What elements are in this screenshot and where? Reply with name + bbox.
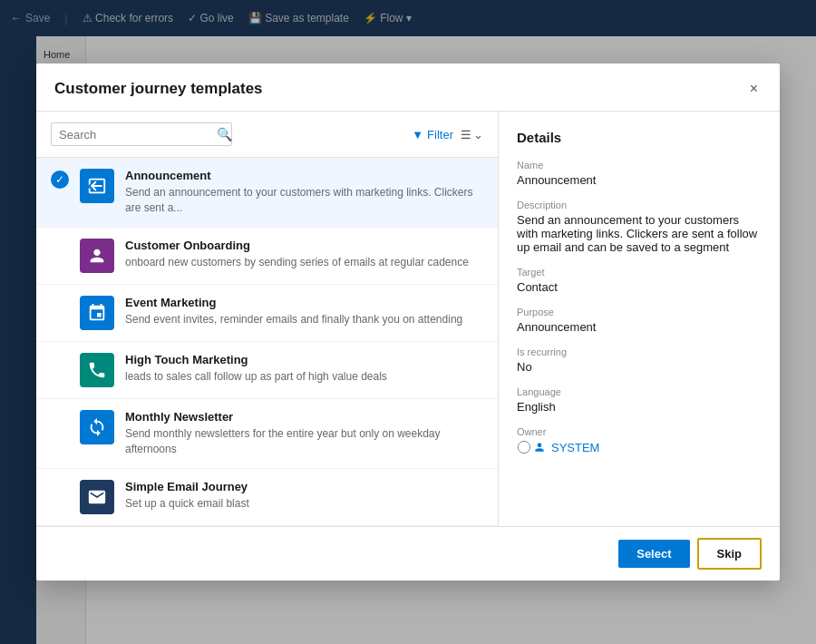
event-marketing-name: Event Marketing [125,296,483,309]
customer-onboarding-name: Customer Onboarding [125,239,483,252]
high-touch-icon [80,353,114,387]
owner-icon [517,440,546,454]
detail-description-field: Description Send an announcement to your… [517,200,762,254]
detail-name-label: Name [517,160,762,171]
customer-onboarding-text: Customer Onboarding onboard new customer… [125,239,483,270]
skip-button[interactable]: Skip [697,538,762,570]
detail-recurring-label: Is recurring [517,346,762,357]
simple-email-text: Simple Email Journey Set up a quick emai… [125,480,483,512]
template-item-event-marketing[interactable]: Event Marketing Send event invites, remi… [36,285,498,342]
simple-email-name: Simple Email Journey [125,480,483,493]
detail-name-field: Name Announcement [517,160,762,187]
modal-title: Customer journey templates [54,80,263,98]
monthly-newsletter-desc: Send monthly newsletters for the entire … [125,426,483,457]
detail-recurring-value: No [517,360,762,374]
filter-button[interactable]: ▼ Filter [412,128,453,141]
event-marketing-text: Event Marketing Send event invites, remi… [125,296,483,327]
announcement-desc: Send an announcement to your customers w… [125,185,483,216]
modal-footer: Select Skip [36,526,780,581]
announcement-text: Announcement Send an announcement to you… [125,169,483,216]
detail-language-label: Language [517,386,762,397]
detail-owner-label: Owner [517,426,762,437]
announcement-name: Announcement [125,169,483,182]
modal-close-button[interactable]: × [746,78,762,100]
high-touch-name: High Touch Marketing [125,353,483,366]
svg-point-0 [518,442,529,454]
detail-target-label: Target [517,267,762,278]
template-item-customer-onboarding[interactable]: Customer Onboarding onboard new customer… [36,228,498,285]
expand-icon[interactable]: ⌄ [473,128,483,141]
owner-row: SYSTEM [517,440,762,454]
template-item-high-touch[interactable]: High Touch Marketing leads to sales call… [36,342,498,399]
detail-name-value: Announcement [517,173,762,187]
detail-description-value: Send an announcement to your customers w… [517,213,762,254]
check-area-announcement: ✓ [51,171,73,189]
details-heading: Details [517,130,762,145]
detail-target-field: Target Contact [517,267,762,294]
event-marketing-icon [80,296,114,330]
list-view-icon[interactable]: ☰ [461,128,471,141]
modal-dialog: Customer journey templates × 🔍 ▼ Filter [36,63,780,580]
monthly-newsletter-icon [80,410,114,444]
modal-overlay: Customer journey templates × 🔍 ▼ Filter [0,0,816,644]
announcement-icon [80,169,114,203]
search-bar: 🔍 ▼ Filter ☰ ⌄ [36,112,498,158]
monthly-newsletter-name: Monthly Newsletter [125,410,483,424]
detail-owner-field: Owner SYSTEM [517,426,762,454]
search-icon: 🔍 [217,127,232,141]
detail-purpose-label: Purpose [517,307,762,317]
high-touch-text: High Touch Marketing leads to sales call… [125,353,483,385]
customer-onboarding-icon [80,239,114,273]
modal-header: Customer journey templates × [36,63,780,112]
customer-onboarding-desc: onboard new customers by sending series … [125,255,483,270]
template-item-simple-email[interactable]: Simple Email Journey Set up a quick emai… [36,469,498,526]
detail-target-value: Contact [517,280,762,294]
detail-owner-value[interactable]: SYSTEM [551,441,599,454]
modal-body: 🔍 ▼ Filter ☰ ⌄ [36,112,780,525]
detail-description-label: Description [517,200,762,210]
select-button[interactable]: Select [618,540,689,568]
detail-purpose-value: Announcement [517,320,762,334]
search-input-wrap: 🔍 [51,122,232,146]
template-list-panel: 🔍 ▼ Filter ☰ ⌄ [36,112,499,525]
template-item-monthly-newsletter[interactable]: Monthly Newsletter Send monthly newslett… [36,399,498,469]
filter-area: ▼ Filter ☰ ⌄ [412,128,483,141]
detail-purpose-field: Purpose Announcement [517,307,762,334]
selected-check-icon: ✓ [51,171,69,189]
details-panel: Details Name Announcement Description Se… [499,112,780,525]
detail-language-value: English [517,400,762,414]
detail-recurring-field: Is recurring No [517,346,762,374]
simple-email-icon [80,480,114,514]
detail-language-field: Language English [517,386,762,414]
filter-icon: ▼ [412,128,423,141]
template-item-announcement[interactable]: ✓ Announcement Send an announcement to y… [36,158,498,228]
view-toggle: ☰ ⌄ [461,128,483,141]
template-list: ✓ Announcement Send an announcement to y… [36,158,498,525]
high-touch-desc: leads to sales call follow up as part of… [125,369,483,385]
event-marketing-desc: Send event invites, reminder emails and … [125,312,483,327]
simple-email-desc: Set up a quick email blast [125,496,483,512]
monthly-newsletter-text: Monthly Newsletter Send monthly newslett… [125,410,483,457]
search-input[interactable] [59,128,211,141]
